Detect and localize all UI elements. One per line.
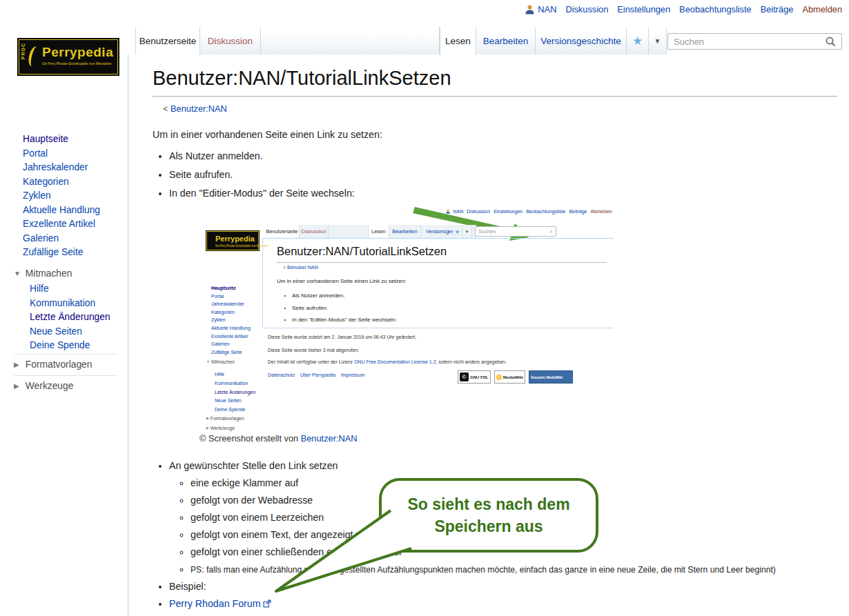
steps-list: Als Nutzer anmelden. Seite aufrufen. In … <box>159 147 355 203</box>
logo-swoosh-icon <box>27 46 43 68</box>
mini-tab-benutzerseite: Benutzerseite <box>265 225 300 238</box>
mini-footer-license: Der Inhalt ist verfügbar unter der Lizen… <box>268 359 507 364</box>
gnu-fdl-badge: ©GNU FDL <box>458 370 491 384</box>
watch-star-icon[interactable]: ★ <box>627 27 649 54</box>
list-item: In den "Editier-Modus" der Seite wechsel… <box>169 184 355 203</box>
list-item: Seite aufrufen. <box>169 166 355 184</box>
mini-star-icon: ★ <box>453 225 462 238</box>
semantic-mediawiki-badge: Semantic MediaWiki <box>529 370 573 384</box>
sidebar-item-aktuelle-handlung[interactable]: Aktuelle Handlung <box>23 203 126 218</box>
list-item-ps: PS: falls man eine Aufzählung mit Vorang… <box>191 561 827 578</box>
sidebar-item-kategorien[interactable]: Kategorien <box>23 175 126 190</box>
sidebar-item-portal[interactable]: Portal <box>23 147 126 161</box>
personal-einstellungen-link[interactable]: Einstellungen <box>617 4 670 14</box>
personal-abmelden-link[interactable]: Abmelden <box>802 4 842 14</box>
tab-bar: Benutzerseite Diskussion Lesen Bearbeite… <box>128 27 849 55</box>
sidebar-item-letzte-aenderungen[interactable]: Letzte Änderungen <box>30 310 126 325</box>
sidebar-section-formatvorlagen[interactable]: ▶ Formatvorlagen <box>14 359 92 370</box>
list-item: Beispiel: <box>169 578 827 595</box>
mini-footer-views: Diese Seite wurde bisher 3 mal abgerufen… <box>268 348 359 352</box>
sidebar-item-deine-spende[interactable]: Deine Spende <box>30 339 126 353</box>
page-title: Benutzer:NAN/TutorialLinkSetzen <box>153 67 837 97</box>
tab-bar-filler <box>261 27 440 54</box>
mini-breadcrumb: < Benutzer:NAN <box>283 265 318 270</box>
mini-sidebar: Hauptseite Portal Jahreskalender Kategor… <box>211 284 251 356</box>
mini-tab-diskussion: Diskussion <box>300 225 329 238</box>
perrypedia-logo[interactable]: PROC Perrypedia Die Perry Rhodan Enzyklo… <box>17 38 119 76</box>
personal-beobachtungsliste-link[interactable]: Beobachtungsliste <box>679 4 752 14</box>
tab-lesen[interactable]: Lesen <box>440 27 476 55</box>
mini-footer-links: Datenschutz Über Perrypedia Impressum <box>268 372 365 377</box>
perry-rhodan-forum-link[interactable]: Perry Rhodan Forum <box>169 598 260 609</box>
mini-caret-icon: ▼ <box>462 225 472 238</box>
mini-logo: Perrypedia Die Perry Rhodan Enzyklopädie… <box>206 230 260 251</box>
sidebar-divider <box>14 354 117 355</box>
tab-bearbeiten[interactable]: Bearbeiten <box>476 27 536 54</box>
content-area: Benutzer:NAN/TutorialLinkSetzen < Benutz… <box>128 54 849 616</box>
sidebar-item-kommunikation[interactable]: Kommunikation <box>30 297 126 311</box>
sidebar-item-neue-seiten[interactable]: Neue Seiten <box>30 325 126 339</box>
screenshot-caption: © Screenshot erstellt von Benutzer:NAN <box>199 433 358 444</box>
sidebar-item-galerien[interactable]: Galerien <box>23 232 126 246</box>
tab-benutzerseite[interactable]: Benutzerseite <box>135 27 200 55</box>
tab-diskussion[interactable]: Diskussion <box>200 27 261 54</box>
logo-proc-text: PROC <box>21 43 26 59</box>
search-input[interactable] <box>667 33 842 50</box>
personal-beitraege-link[interactable]: Beiträge <box>761 4 794 14</box>
sidebar-divider <box>14 375 117 376</box>
sidebar-section-werkzeuge[interactable]: ▶ Werkzeuge <box>14 381 73 391</box>
personal-diskussion-link[interactable]: Diskussion <box>565 4 608 14</box>
user-icon <box>525 5 534 14</box>
mini-search-box: Suchen⌕ <box>475 226 556 237</box>
caption-user-link[interactable]: Benutzer:NAN <box>301 433 358 444</box>
logo-subtitle: Die Perry Rhodan Enzyklopädie zum Mitmac… <box>42 61 112 66</box>
example-link-item: Perry Rhodan Forum <box>169 595 827 613</box>
personal-bar: NAN Diskussion Einstellungen Beobachtung… <box>525 4 842 14</box>
breadcrumb: < Benutzer:NAN <box>163 103 227 114</box>
mini-footer-lastmod: Diese Seite wurde zuletzt am 2. Januar 2… <box>268 335 416 339</box>
mini-page-title: Benutzer:NAN/TutorialLinkSetzen <box>277 245 447 258</box>
sidebar-item-jahreskalender[interactable]: Jahreskalender <box>23 161 126 175</box>
search-icon[interactable] <box>826 37 836 50</box>
intro-text: Um in einer vorhandenen Seite einen Link… <box>153 129 382 140</box>
speech-bubble-annotation: So sieht es nach dem Speichern aus <box>379 478 598 553</box>
sidebar-item-zufaellige-seite[interactable]: Zufällige Seite <box>23 246 126 260</box>
tab-versionsgeschichte[interactable]: Versionsgeschichte <box>536 27 627 54</box>
list-item: Als Nutzer anmelden. <box>169 147 355 166</box>
personal-user-link[interactable]: NAN <box>538 4 556 14</box>
mini-tab-bearbeiten: Bearbeiten <box>389 225 421 238</box>
more-actions-dropdown[interactable]: ▼ <box>649 27 667 54</box>
chevron-down-icon: ▼ <box>14 270 23 277</box>
sidebar-item-hauptseite[interactable]: Hauptseite <box>23 132 126 147</box>
list-item: An gewünschter Stelle den Link setzen <box>169 457 827 475</box>
tutorial-screenshot-image: NAN Diskussion Einstellungen Beobachtung… <box>203 206 614 433</box>
external-link-icon <box>263 596 271 613</box>
sidebar-item-exzellente-artikel[interactable]: Exzellente Artikel <box>23 217 126 232</box>
breadcrumb-link[interactable]: Benutzer:NAN <box>170 103 227 114</box>
mediawiki-badge: MediaWiki <box>494 370 525 384</box>
sidebar-section-mitmachen[interactable]: ▼ Mitmachen <box>14 268 72 279</box>
chevron-right-icon: ▶ <box>14 382 23 390</box>
logo-title: Perrypedia <box>42 45 113 60</box>
caret-down-icon: ▼ <box>654 37 661 45</box>
chevron-right-icon: ▶ <box>14 361 23 368</box>
sidebar-item-zyklen[interactable]: Zyklen <box>23 189 126 203</box>
mini-tab-lesen: Lesen <box>369 225 389 238</box>
sidebar-item-hilfe[interactable]: Hilfe <box>30 282 126 297</box>
mini-footer-badges: ©GNU FDL MediaWiki Semantic MediaWiki <box>458 370 573 384</box>
